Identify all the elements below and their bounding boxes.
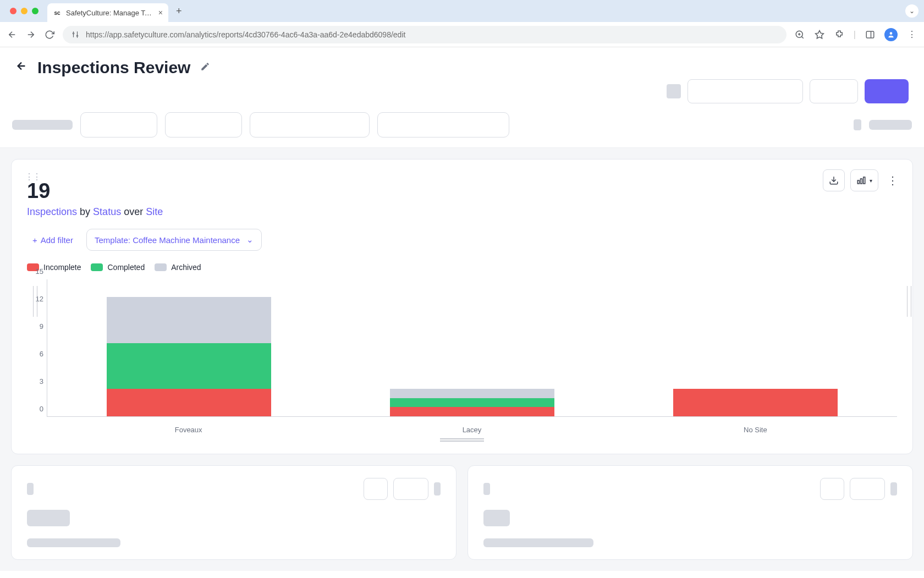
header-button-1[interactable] bbox=[688, 79, 803, 103]
tab-strip: sc SafetyCulture: Manage Teams and... × … bbox=[0, 0, 924, 22]
subtitle-by: by bbox=[80, 206, 90, 217]
chart-plot bbox=[47, 279, 897, 417]
svg-point-1 bbox=[76, 35, 78, 36]
svg-rect-3 bbox=[866, 31, 874, 38]
url-text: https://app.safetyculture.com/analytics/… bbox=[86, 30, 779, 39]
template-filter-chip[interactable]: Template: Coffee Machine Maintenance ⌄ bbox=[86, 229, 262, 251]
card2-tool-1[interactable] bbox=[364, 478, 388, 500]
address-bar: https://app.safetyculture.com/analytics/… bbox=[0, 22, 924, 47]
bar-segment-incomplete[interactable] bbox=[390, 407, 554, 416]
chevron-down-icon: ▾ bbox=[870, 178, 872, 184]
add-filter-label: Add filter bbox=[41, 235, 73, 245]
side-panel-icon[interactable] bbox=[865, 29, 876, 40]
bar-segment-completed[interactable] bbox=[107, 343, 271, 389]
subtitle-over: over bbox=[124, 206, 143, 217]
skeleton-icon bbox=[434, 482, 441, 496]
tab-title: SafetyCulture: Manage Teams and... bbox=[66, 9, 154, 17]
browser-toolbar-icons: | ⋮ bbox=[794, 28, 917, 41]
global-filter-row bbox=[0, 109, 924, 148]
svg-rect-7 bbox=[864, 177, 865, 184]
metric-subtitle: Inspections by Status over Site bbox=[27, 206, 897, 218]
site-settings-icon[interactable] bbox=[70, 30, 80, 40]
plus-icon: + bbox=[32, 235, 37, 245]
card2-tool-2[interactable] bbox=[393, 478, 428, 500]
page-title: Inspections Review bbox=[37, 58, 190, 77]
page-header: Inspections Review bbox=[0, 47, 924, 79]
card-menu-icon[interactable]: ⋮ bbox=[884, 174, 901, 187]
card-toolbar: ▾ ⋮ bbox=[823, 169, 901, 191]
legend-swatch bbox=[155, 263, 167, 271]
reload-icon[interactable] bbox=[44, 29, 55, 40]
close-window-icon[interactable] bbox=[10, 8, 16, 14]
profile-avatar-icon[interactable] bbox=[884, 28, 898, 41]
skeleton-label bbox=[12, 120, 73, 130]
legend-label: Archived bbox=[171, 263, 201, 272]
extensions-icon[interactable] bbox=[834, 29, 845, 40]
edit-title-icon[interactable] bbox=[200, 62, 210, 74]
download-button[interactable] bbox=[823, 169, 845, 191]
bars-container bbox=[47, 279, 897, 416]
url-field[interactable]: https://app.safetyculture.com/analytics/… bbox=[63, 26, 787, 43]
y-tick: 0 bbox=[40, 405, 43, 413]
card3-tool-2[interactable] bbox=[850, 478, 885, 500]
subtitle-status-link[interactable]: Status bbox=[93, 206, 121, 217]
subtitle-site-link[interactable]: Site bbox=[146, 206, 163, 217]
new-tab-button[interactable]: + bbox=[173, 5, 185, 17]
subtitle-inspections-link[interactable]: Inspections bbox=[27, 206, 77, 217]
chart-type-dropdown[interactable]: ▾ bbox=[850, 169, 878, 191]
resize-handle-left[interactable] bbox=[33, 286, 37, 317]
card3-tool-1[interactable] bbox=[820, 478, 844, 500]
filter-4[interactable] bbox=[377, 112, 509, 137]
chart-scroll-track[interactable] bbox=[440, 438, 484, 442]
bar-group bbox=[47, 279, 331, 416]
minimize-window-icon[interactable] bbox=[21, 8, 28, 14]
legend-item[interactable]: Archived bbox=[155, 263, 201, 272]
bar-stack[interactable] bbox=[390, 389, 554, 416]
lower-cards-row bbox=[11, 465, 913, 560]
zoom-icon[interactable] bbox=[794, 29, 805, 40]
chart-widget-card: ⋮⋮ ▾ ⋮ 19 Inspections by Status over Sit… bbox=[11, 159, 913, 454]
bar-stack[interactable] bbox=[107, 297, 271, 416]
svg-rect-5 bbox=[857, 180, 859, 184]
bookmark-icon[interactable] bbox=[814, 29, 825, 40]
resize-handle-right[interactable] bbox=[907, 286, 911, 317]
y-tick: 15 bbox=[36, 267, 43, 276]
browser-menu-icon[interactable]: ⋮ bbox=[906, 29, 917, 40]
bar-segment-archived[interactable] bbox=[390, 389, 554, 398]
content-area: ⋮⋮ ▾ ⋮ 19 Inspections by Status over Sit… bbox=[0, 148, 924, 571]
skeleton-metric bbox=[483, 510, 510, 526]
skeleton-label bbox=[869, 120, 912, 130]
legend-label: Completed bbox=[107, 263, 145, 272]
tab-close-icon[interactable]: × bbox=[158, 8, 163, 17]
filter-1[interactable] bbox=[80, 112, 157, 137]
skeleton-icon bbox=[890, 482, 897, 496]
nav-forward-icon[interactable] bbox=[25, 29, 36, 40]
back-button[interactable] bbox=[15, 60, 28, 75]
svg-rect-6 bbox=[861, 179, 862, 184]
header-primary-button[interactable] bbox=[865, 79, 909, 103]
filter-3[interactable] bbox=[250, 112, 370, 137]
bar-segment-incomplete[interactable] bbox=[107, 389, 271, 416]
bar-stack[interactable] bbox=[673, 389, 838, 416]
skeleton-metric bbox=[27, 510, 70, 526]
bar-segment-incomplete[interactable] bbox=[673, 389, 838, 416]
add-filter-button[interactable]: + Add filter bbox=[27, 231, 79, 249]
browser-tab[interactable]: sc SafetyCulture: Manage Teams and... × bbox=[47, 3, 168, 22]
y-tick: 6 bbox=[40, 350, 43, 358]
bar-segment-completed[interactable] bbox=[390, 398, 554, 408]
chevron-down-icon: ⌄ bbox=[246, 235, 254, 245]
favicon-icon: sc bbox=[53, 8, 62, 17]
header-actions bbox=[0, 79, 924, 109]
drag-handle-icon[interactable]: ⋮⋮ bbox=[25, 172, 40, 182]
tabs-overflow-icon[interactable]: ⌄ bbox=[905, 4, 919, 18]
filter-2[interactable] bbox=[165, 112, 242, 137]
nav-back-icon[interactable] bbox=[7, 29, 18, 40]
skeleton-icon bbox=[667, 84, 681, 98]
widget-card-3 bbox=[468, 465, 913, 560]
legend-item[interactable]: Completed bbox=[91, 263, 145, 272]
x-label: Lacey bbox=[330, 426, 613, 434]
bar-group bbox=[614, 279, 897, 416]
maximize-window-icon[interactable] bbox=[32, 8, 38, 14]
bar-segment-archived[interactable] bbox=[107, 297, 271, 343]
header-button-2[interactable] bbox=[810, 79, 858, 103]
